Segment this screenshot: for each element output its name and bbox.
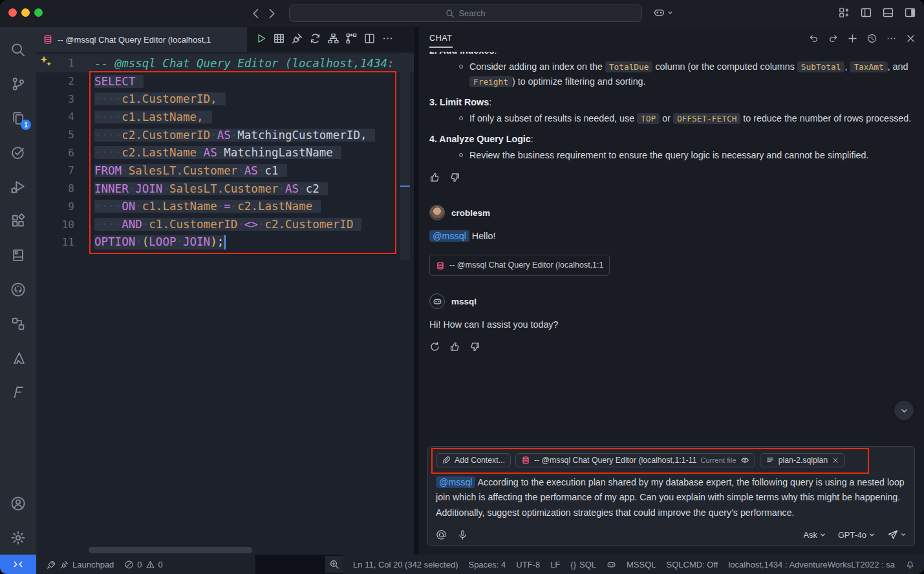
estimated-plan-button[interactable] [327, 32, 339, 47]
mention-chip[interactable]: @mssql [436, 476, 475, 488]
code-text: ····c2.LastName·AS·MatchingLastName [94, 146, 341, 159]
sidebar-item-run-debug[interactable] [3, 169, 34, 204]
disconnect-button[interactable] [291, 32, 303, 47]
thumb-down-button[interactable] [449, 172, 460, 187]
status-item[interactable] [607, 560, 616, 569]
status-item[interactable]: Ln 11, Col 20 (342 selected) [353, 560, 458, 569]
remove-chip-icon[interactable] [832, 456, 839, 464]
editor-tab[interactable]: -- @mssql Chat Query Editor (localhost,1 [36, 27, 247, 52]
code-editor[interactable]: 1-- @mssql Chat Query Editor (localhost,… [36, 52, 414, 555]
status-item[interactable]: {}SQL [570, 560, 596, 569]
close-button[interactable] [905, 33, 916, 47]
status-item[interactable]: UTF-8 [516, 560, 540, 569]
status-item[interactable]: LF [550, 560, 560, 569]
thumb-up-button[interactable] [449, 341, 460, 357]
code-line[interactable]: 4····c1.LastName, [36, 108, 414, 126]
copilot-menu[interactable] [653, 6, 674, 19]
mode-dropdown[interactable]: Ask [804, 530, 826, 540]
command-center-search[interactable]: Search [289, 5, 642, 22]
status-item[interactable]: Spaces: 4 [468, 560, 506, 569]
microphone-icon[interactable] [457, 529, 468, 540]
sidebar-item-github[interactable] [3, 272, 34, 306]
change-connection-button[interactable] [309, 32, 321, 47]
zoom-control[interactable] [325, 556, 343, 573]
thumb-down-button[interactable] [469, 341, 480, 357]
status-item[interactable]: MSSQL [627, 560, 656, 569]
code-line[interactable]: 6····c2.LastName·AS·MatchingLastName [36, 144, 414, 162]
code-line[interactable]: 11OPTION·(LOOP·JOIN); [36, 233, 414, 251]
forward-arrow-icon[interactable] [265, 7, 278, 20]
tab-chat[interactable]: CHAT [429, 34, 453, 48]
scroll-to-bottom-button[interactable] [894, 401, 914, 420]
run-query-button[interactable] [255, 32, 267, 47]
code-line[interactable]: 1-- @mssql Chat Query Editor (localhost,… [36, 54, 414, 72]
code-line[interactable]: 5····c2.CustomerID·AS·MatchingCustomerID… [36, 126, 414, 144]
retry-button[interactable] [429, 341, 440, 357]
sidebar-item-testing[interactable] [3, 135, 34, 169]
problems-status[interactable]: 00 [124, 560, 162, 569]
notifications-bell[interactable] [905, 560, 915, 569]
panel-divider[interactable] [414, 27, 419, 555]
sidebar-item-connections[interactable] [3, 306, 34, 341]
more-button[interactable] [886, 33, 897, 47]
code-line[interactable]: 7FROM·SalesLT.Customer·AS·c1 [36, 162, 414, 180]
code-line[interactable]: 9····ON·c1.LastName·=·c2.LastName [36, 198, 414, 216]
send-button[interactable] [887, 529, 907, 540]
model-dropdown[interactable]: GPT-4o [838, 530, 876, 540]
history-button[interactable] [866, 33, 877, 47]
close-window-button[interactable] [8, 8, 17, 17]
more-button[interactable] [381, 32, 394, 47]
code-line[interactable]: 3····c1.CustomerID, [36, 90, 414, 108]
sidebar-item-source-control[interactable] [3, 67, 34, 101]
results-grid-icon [273, 32, 285, 45]
sidebar-item-fabric[interactable] [3, 375, 34, 409]
sidebar-item-account[interactable] [3, 486, 34, 520]
code-line[interactable]: 10····AND·c1.CustomerID·<>·c2.CustomerID [36, 215, 414, 233]
sidebar-item-notebook[interactable] [3, 238, 34, 272]
new-chat-button[interactable] [847, 33, 858, 47]
back-arrow-icon[interactable] [250, 7, 263, 20]
add-context-button[interactable]: Add Context... [436, 453, 511, 467]
layout-panel-icon[interactable] [882, 6, 894, 19]
status-item[interactable]: localhost,1434 : AdventureWorksLT2022 : … [728, 560, 895, 569]
close-icon [905, 33, 916, 44]
layout-sidebar-left-icon[interactable] [860, 6, 872, 19]
mention-icon[interactable] [436, 529, 447, 540]
attachment-chip[interactable]: -- @mssql Chat Query Editor (localhost,1… [429, 255, 610, 276]
chat-input-container[interactable]: Add Context...-- @mssql Chat Query Edito… [427, 446, 915, 547]
editor-toolbar [247, 27, 394, 52]
chat-input-toolbar: Ask GPT-4o [436, 529, 907, 540]
status-item[interactable]: SQLCMD: Off [667, 560, 718, 569]
code-text: ····c1.LastName, [94, 111, 212, 123]
copilot-sparkle-icon[interactable] [39, 55, 52, 68]
actual-plan-button[interactable] [345, 32, 358, 47]
remote-indicator[interactable] [0, 555, 36, 574]
line-number: 4 [36, 111, 74, 123]
mention-chip[interactable]: @mssql [429, 230, 469, 242]
split-editor-button[interactable] [363, 32, 376, 47]
results-grid-button[interactable] [273, 32, 285, 47]
zoom-window-button[interactable] [34, 8, 43, 17]
minimize-window-button[interactable] [21, 8, 30, 17]
sidebar-item-settings[interactable] [3, 520, 34, 555]
chat-message-list[interactable]: 2. Add Indexes:Consider adding an index … [419, 52, 924, 425]
sidebar-item-search[interactable] [3, 32, 34, 67]
customize-layout-icon[interactable] [838, 6, 850, 19]
context-chip[interactable]: -- @mssql Chat Query Editor (localhost,1… [515, 453, 755, 467]
sidebar-item-explorer-copy[interactable]: 1 [3, 101, 34, 135]
layout-sidebar-right-icon[interactable] [904, 6, 916, 19]
sidebar-item-extensions[interactable] [3, 204, 34, 238]
chat-input-text[interactable]: @mssql According to the execution plan s… [436, 475, 907, 521]
launchpad-status[interactable]: Launchpad [47, 560, 114, 569]
code-line[interactable]: 8INNER·JOIN·SalesLT.Customer·AS·c2 [36, 180, 414, 198]
code-line[interactable]: 2SELECT [36, 72, 414, 90]
thumb-up-button[interactable] [429, 172, 440, 187]
context-chip[interactable]: plan-2.sqlplan [760, 453, 846, 467]
overview-ruler[interactable] [400, 53, 410, 260]
redo-button[interactable] [828, 33, 839, 47]
eye-icon[interactable] [740, 456, 749, 465]
bullet-text: Consider adding an index on the TotalDue… [469, 59, 914, 89]
horizontal-scrollbar[interactable] [89, 547, 252, 553]
sidebar-item-azure[interactable] [3, 341, 34, 375]
undo-button[interactable] [808, 33, 819, 47]
